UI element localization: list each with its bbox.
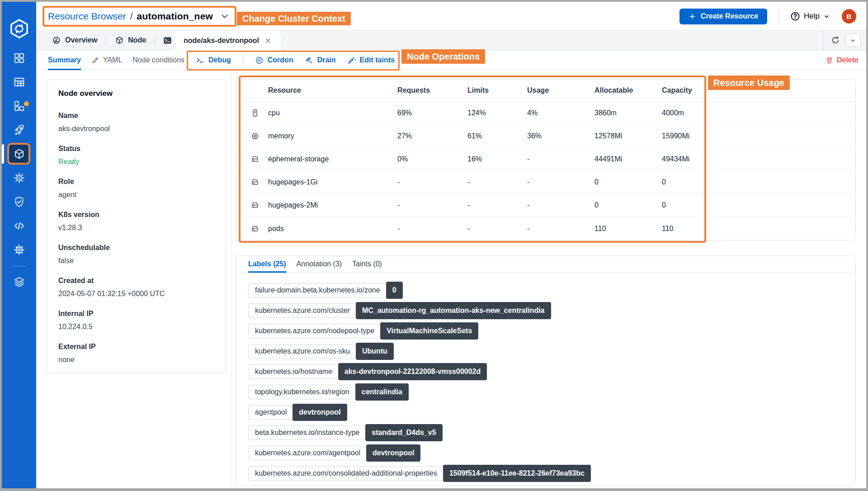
user-avatar[interactable]: B <box>842 9 856 24</box>
chevron-down-icon <box>849 37 856 44</box>
cell-capacity: 4000m <box>662 109 855 117</box>
chevron-down-icon <box>823 13 830 20</box>
shield-check-icon <box>13 196 25 208</box>
cell-limits: 124% <box>467 109 527 117</box>
close-tab-icon[interactable] <box>264 37 272 44</box>
field-value: v1.28.3 <box>58 223 215 232</box>
tab-node[interactable]: Node <box>106 31 155 50</box>
terminal-icon <box>163 36 172 45</box>
node-operations: Debug Cordon Drain Edit taint <box>187 50 400 70</box>
storage-resource-icon <box>250 155 259 164</box>
stack-icon <box>13 276 25 288</box>
sidebar-item-stack-manager[interactable] <box>2 270 36 294</box>
cell-limits: - <box>467 201 527 209</box>
cell-resource: hugepages-2Mi <box>268 201 397 209</box>
label-chip: failure-domain.beta.kubernetes.io/zone 0 <box>248 282 843 299</box>
label-key: topology.kubernetes.io/region <box>248 385 356 399</box>
label-value: aks-devtronpool-22122008-vmss00002d <box>338 363 487 380</box>
field-label: Name <box>58 111 215 120</box>
app-group-icon <box>13 76 25 88</box>
label-chip: kubernetes.azure.com/cluster MC_automati… <box>248 302 843 319</box>
field-value: none <box>58 355 215 364</box>
label-value: 1509f514-e10e-11ee-8212-26ef73ea93bc <box>443 465 591 482</box>
tab-taints[interactable]: Taints (0) <box>352 256 382 273</box>
help-icon <box>790 11 800 21</box>
pencil-icon <box>91 56 99 64</box>
create-resource-button[interactable]: Create Resource <box>679 9 767 24</box>
tab-overview[interactable]: Overview <box>43 31 106 50</box>
cordon-button[interactable]: Cordon <box>255 56 293 65</box>
field-value: agent <box>58 190 215 199</box>
cell-limits: 16% <box>467 155 527 163</box>
storage-resource-icon <box>250 224 259 233</box>
cluster-selector-value[interactable]: automation_new <box>137 11 213 22</box>
breadcrumb-separator: / <box>130 11 133 22</box>
label-chip: kubernetes.io/hostname aks-devtronpool-2… <box>248 363 843 380</box>
drain-button[interactable]: Drain <box>305 56 336 65</box>
sidebar-item-application-groups[interactable] <box>2 70 36 94</box>
field-label: External IP <box>58 342 215 351</box>
label-value: MC_automation-rg_automation-aks-new_cent… <box>356 302 551 319</box>
cell-requests: - <box>397 201 467 209</box>
delete-button[interactable]: Delete <box>826 50 859 70</box>
apps-grid-icon <box>13 52 25 64</box>
devtron-logo-button[interactable] <box>2 18 36 39</box>
top-header: Resource Browser / automation_new Create… <box>36 2 866 31</box>
tab-node-aks-devtronpool[interactable]: node/aks-devtronpool <box>175 31 281 50</box>
sidebar-item-releases[interactable] <box>2 118 36 142</box>
refresh-icon <box>831 36 840 45</box>
cell-requests: 27% <box>397 132 467 140</box>
drain-icon <box>305 56 313 65</box>
edit-taints-button[interactable]: Edit taints <box>347 56 395 65</box>
label-chip: kubernetes.azure.com/consolidated-additi… <box>248 465 843 482</box>
label-key: kubernetes.azure.com/cluster <box>248 303 357 318</box>
sidebar-item-jobs[interactable] <box>2 94 36 118</box>
cell-usage: 36% <box>527 132 594 140</box>
node-overview-field: Internal IP 10.224.0.5 <box>58 309 215 331</box>
sidebar-item-clusters[interactable] <box>2 166 36 190</box>
cell-usage: - <box>527 225 594 233</box>
cluster-selector-chevron-icon[interactable] <box>220 11 230 21</box>
view-tab-node-conditions[interactable]: Node conditions <box>132 50 184 70</box>
field-label: K8s version <box>58 210 215 219</box>
node-overview-field: Name aks-devtronpool <box>58 111 215 133</box>
label-value: Ubuntu <box>356 343 394 360</box>
label-key: kubernetes.io/hostname <box>248 364 339 379</box>
tab-labels[interactable]: Labels (25) <box>248 256 286 273</box>
drain-icon <box>305 56 313 65</box>
debug-button[interactable]: Debug <box>196 56 231 65</box>
label-key: kubernetes.azure.com/consolidated-additi… <box>248 466 444 481</box>
cell-requests: - <box>397 178 467 186</box>
column-usage: Usage <box>527 86 594 94</box>
gear-icon <box>13 244 25 256</box>
labels-card: Labels (25) Annotation (3) Taints (0) fa… <box>235 255 856 486</box>
sidebar-item-global-configurations[interactable] <box>2 238 36 262</box>
breadcrumb: Resource Browser / automation_new <box>48 2 230 31</box>
chevron-down-icon <box>220 11 230 21</box>
column-requests: Requests <box>397 86 467 94</box>
help-menu[interactable]: Help <box>790 11 830 21</box>
overview-icon <box>52 36 61 45</box>
actions-divider <box>243 55 243 65</box>
node-cube-icon <box>115 36 124 45</box>
tab-annotation[interactable]: Annotation (3) <box>297 256 342 273</box>
sidebar-item-api-portal[interactable] <box>2 214 36 238</box>
view-tab-yaml[interactable]: YAML <box>91 50 122 70</box>
node-summary-content: Node overview Name aks-devtronpool Statu… <box>36 70 866 488</box>
table-row: ephemeral-storage 0% 16% - 44491Mi 49434… <box>236 148 855 171</box>
cell-allocatable: 110 <box>594 225 662 233</box>
cell-resource: cpu <box>268 109 397 117</box>
view-tab-summary[interactable]: Summary <box>48 50 81 70</box>
resource-usage-card: Resource Requests Limits Usage Allocatab… <box>235 79 856 241</box>
breadcrumb-resource-browser-link[interactable]: Resource Browser <box>48 11 126 22</box>
cell-limits: 61% <box>467 132 527 140</box>
sidebar-item-security[interactable] <box>2 190 36 214</box>
label-chip: topology.kubernetes.io/region centralind… <box>248 383 843 401</box>
cell-resource: pods <box>268 225 397 233</box>
refresh-button[interactable] <box>831 36 840 45</box>
cell-usage: - <box>527 155 594 163</box>
help-chevron-icon <box>823 13 830 20</box>
sidebar-item-applications[interactable] <box>2 46 36 70</box>
tab-list-dropdown-button[interactable] <box>845 33 861 47</box>
sidebar-item-resource-browser[interactable] <box>2 142 36 166</box>
